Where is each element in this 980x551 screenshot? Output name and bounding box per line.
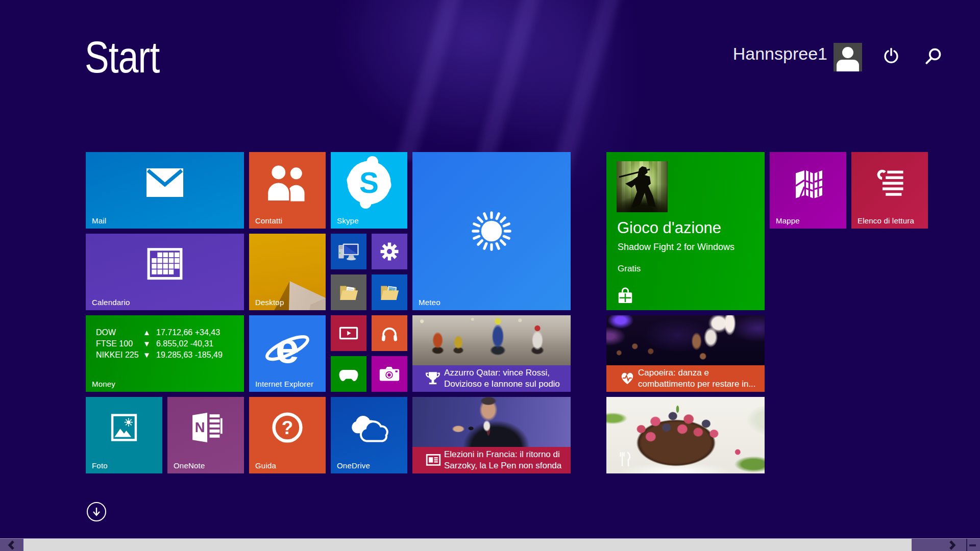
- start-screen: Start Hannspree1 Mail Contatti: [0, 0, 980, 551]
- tile-mappe[interactable]: Mappe: [770, 152, 846, 229]
- tile-news-sport[interactable]: Azzurro Qatar: vince Rossi, Dovizioso e …: [412, 315, 571, 392]
- store-game-subtitle: Shadow Fight 2 for Windows: [618, 242, 734, 253]
- user-name[interactable]: Hannspree1: [733, 44, 827, 64]
- store-bag-icon: [617, 286, 634, 305]
- pictures-folder-icon: [376, 279, 403, 306]
- health-news-line1: Capoeira: danza e: [638, 367, 756, 379]
- money-quotes: DOW▲17.712,66 +34,43 FTSE 100▼6.855,02 -…: [96, 327, 223, 361]
- people-icon: [264, 164, 311, 202]
- scroll-left-icon[interactable]: [7, 540, 17, 550]
- tile-guida[interactable]: ? Guida: [249, 397, 326, 473]
- tile-video[interactable]: [331, 315, 366, 351]
- page-title: Start: [85, 33, 160, 82]
- france-news-band: Elezioni in Francia: il ritorno di Sarzo…: [412, 447, 571, 473]
- tile-pc[interactable]: [331, 234, 366, 269]
- health-news-text: Capoeira: danza e combattimento per rest…: [638, 367, 756, 390]
- sarkozy-photo: [412, 397, 571, 447]
- money-row-dow: DOW▲17.712,66 +34,43: [96, 327, 223, 338]
- tile-label-guida: Guida: [255, 461, 276, 470]
- video-icon: [337, 321, 360, 345]
- tile-internet-explorer[interactable]: e Internet Explorer: [249, 315, 326, 392]
- tile-onenote[interactable]: N OneNote: [167, 397, 244, 473]
- tile-label-internet-explorer: Internet Explorer: [255, 380, 313, 388]
- sun-icon: [469, 209, 514, 254]
- france-news-text: Elezioni in Francia: il ritorno di Sarzo…: [444, 449, 561, 471]
- tile-label-mail: Mail: [92, 216, 106, 225]
- avatar[interactable]: [834, 43, 862, 71]
- scroll-right-icon[interactable]: [947, 540, 957, 550]
- tile-skype[interactable]: S Skype: [331, 152, 407, 229]
- sport-news-text: Azzurro Qatar: vince Rossi, Dovizioso e …: [444, 367, 560, 390]
- tile-contatti[interactable]: Contatti: [249, 152, 326, 229]
- health-news-line2: combattimento per restare in...: [638, 379, 756, 390]
- health-news-band: Capoeira: danza e combattimento per rest…: [606, 365, 765, 392]
- tile-news-france[interactable]: Elezioni in Francia: il ritorno di Sarzo…: [412, 397, 571, 473]
- help-icon: ?: [267, 407, 308, 448]
- tile-settings[interactable]: [372, 234, 407, 269]
- tile-label-desktop: Desktop: [255, 298, 284, 307]
- money-row-ftse: FTSE 100▼6.855,02 -40,31: [96, 338, 223, 349]
- tile-calendario[interactable]: Calendario: [86, 234, 244, 310]
- svg-text:e: e: [276, 324, 299, 372]
- tile-label-meteo: Meteo: [419, 298, 440, 307]
- france-news-line2: Sarzoky, la Le Pen non sfonda: [444, 460, 561, 471]
- game-thumbnail: [617, 161, 668, 212]
- horizontal-scrollbar[interactable]: [0, 538, 980, 551]
- tile-label-skype: Skype: [337, 216, 359, 225]
- reading-list-icon: [870, 163, 910, 203]
- computer-icon: [335, 238, 362, 265]
- search-icon[interactable]: [924, 47, 942, 66]
- tile-pictures-folder[interactable]: [372, 274, 407, 310]
- tile-desktop[interactable]: Desktop: [249, 234, 326, 310]
- scrollbar-thumb[interactable]: [23, 539, 912, 551]
- sport-news-line2: Dovizioso e Iannone sul podio: [444, 379, 560, 390]
- tile-games[interactable]: [331, 356, 366, 392]
- sport-news-line1: Azzurro Qatar: vince Rossi,: [444, 367, 560, 379]
- tile-elenco[interactable]: Elenco di lettura: [851, 152, 928, 229]
- tile-camera[interactable]: [372, 356, 407, 392]
- store-game-title: Gioco d'azione: [617, 219, 721, 237]
- tile-documents-folder[interactable]: [331, 274, 366, 310]
- gamepad-icon: [336, 361, 361, 387]
- capoeira-photo: [606, 315, 765, 365]
- svg-text:N: N: [195, 419, 205, 435]
- svg-text:S: S: [359, 167, 379, 199]
- money-row-nikkei: NIKKEI 225▼19.285,63 -185,49: [96, 349, 223, 361]
- tile-store-game[interactable]: Gioco d'azione Shadow Fight 2 for Window…: [606, 152, 765, 310]
- photo-icon: [105, 409, 143, 446]
- tile-news-health[interactable]: Capoeira: danza e combattimento per rest…: [606, 315, 765, 392]
- tile-food[interactable]: [606, 397, 765, 473]
- headphones-icon: [378, 321, 401, 345]
- tile-meteo[interactable]: Meteo: [412, 152, 571, 310]
- tile-label-contatti: Contatti: [255, 216, 282, 225]
- tile-label-elenco: Elenco di lettura: [857, 216, 914, 225]
- tile-label-calendario: Calendario: [92, 298, 130, 307]
- internet-explorer-icon: e: [261, 322, 314, 375]
- france-news-line1: Elezioni in Francia: il ritorno di: [444, 449, 561, 460]
- tile-music[interactable]: [372, 315, 407, 351]
- tile-money[interactable]: DOW▲17.712,66 +34,43 FTSE 100▼6.855,02 -…: [86, 315, 244, 392]
- tile-onedrive[interactable]: OneDrive: [331, 397, 407, 473]
- tile-mail[interactable]: Mail: [86, 152, 244, 229]
- ninja-silhouette: [617, 161, 668, 212]
- svg-text:?: ?: [282, 417, 293, 438]
- cutlery-icon: [619, 451, 632, 467]
- gear-icon: [378, 240, 401, 263]
- power-icon[interactable]: [883, 47, 900, 64]
- skype-icon: S: [342, 156, 396, 209]
- tile-label-foto: Foto: [92, 461, 108, 470]
- camera-icon: [377, 362, 402, 386]
- store-game-price: Gratis: [618, 264, 641, 274]
- semantic-zoom-button[interactable]: [969, 544, 976, 546]
- documents-folder-icon: [335, 279, 362, 306]
- tile-label-onedrive: OneDrive: [337, 461, 370, 470]
- trophy-icon: [425, 370, 441, 387]
- scrollbar-separator: [966, 539, 967, 551]
- avatar-head: [842, 47, 853, 58]
- mail-icon: [146, 168, 183, 197]
- tile-label-mappe: Mappe: [776, 216, 800, 225]
- tile-foto[interactable]: Foto: [86, 397, 162, 473]
- avatar-body: [837, 60, 859, 71]
- map-icon: [788, 162, 828, 203]
- show-apps-button[interactable]: [87, 502, 106, 521]
